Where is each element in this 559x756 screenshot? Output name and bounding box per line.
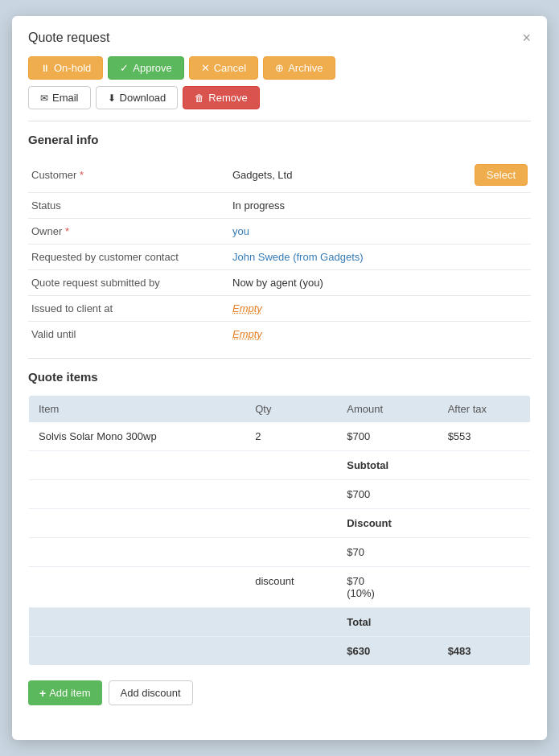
requested-label: Requested by customer contact	[28, 244, 229, 270]
table-header-row: Item Qty Amount After tax	[29, 396, 531, 423]
item-amount: $700	[337, 422, 438, 451]
discount-sub-amount: $70(10%)	[347, 575, 375, 599]
modal-title: Quote request	[28, 31, 109, 45]
quote-items-section: Quote items Item Qty Amount After tax So…	[28, 370, 531, 666]
general-info-table: Customer * Gadgets, Ltd Select Status In…	[28, 158, 531, 347]
table-row: Issued to client at Empty	[28, 296, 531, 322]
col-qty: Qty	[245, 396, 337, 423]
table-row: Requested by customer contact John Swede…	[28, 244, 531, 270]
col-item: Item	[29, 396, 246, 423]
divider-1	[28, 121, 531, 121]
table-row: Customer * Gadgets, Ltd Select	[28, 158, 531, 193]
discount-sub-row: discount $70(10%)	[29, 567, 531, 608]
quote-items-title: Quote items	[28, 370, 531, 384]
bottom-actions: Add item Add discount	[28, 680, 531, 705]
add-item-button[interactable]: Add item	[28, 680, 102, 705]
status-value: In progress	[229, 193, 531, 219]
trash-icon	[195, 92, 204, 104]
onhold-button[interactable]: On-hold	[28, 56, 103, 80]
customer-label: Customer *	[28, 158, 229, 193]
approve-button[interactable]: Approve	[108, 56, 183, 80]
customer-value-row: Gadgets, Ltd Select	[232, 164, 528, 186]
contact-link[interactable]: John Swede (from Gadgets)	[232, 251, 364, 263]
times-icon	[201, 62, 210, 74]
required-star: *	[80, 169, 84, 181]
remove-button[interactable]: Remove	[183, 86, 259, 109]
quote-request-modal: Quote request × On-hold Approve Cancel A…	[12, 16, 547, 740]
valid-label: Valid until	[28, 322, 229, 347]
table-row: Valid until Empty	[28, 322, 531, 347]
toolbar-row-2: Email Download Remove	[28, 86, 531, 109]
check-icon	[120, 62, 129, 74]
item-aftertax: $553	[438, 422, 531, 451]
subtotal-amount-row: $700	[29, 480, 531, 509]
issued-label: Issued to client at	[28, 296, 229, 322]
general-info-section: General info Customer * Gadgets, Ltd Sel…	[28, 133, 531, 347]
required-star: *	[65, 225, 69, 237]
table-row: Solvis Solar Mono 300wp 2 $700 $553	[29, 422, 531, 451]
issued-empty: Empty	[232, 302, 262, 314]
discount-label: Discount	[347, 517, 392, 529]
discount-row: Discount	[29, 509, 531, 538]
total-label: Total	[347, 616, 371, 628]
owner-label: Owner *	[28, 219, 229, 244]
discount-amount: $70	[337, 538, 438, 567]
add-discount-button[interactable]: Add discount	[109, 680, 193, 705]
total-amount: $630	[337, 637, 438, 666]
table-row: Quote request submitted by Now by agent …	[28, 270, 531, 296]
col-aftertax: After tax	[438, 396, 531, 423]
owner-link[interactable]: you	[232, 225, 249, 237]
discount-amount-row: $70	[29, 538, 531, 567]
toolbar-row-1: On-hold Approve Cancel Archive	[28, 56, 531, 80]
cancel-button[interactable]: Cancel	[189, 56, 258, 80]
pause-icon	[40, 62, 50, 74]
total-aftertax: $483	[438, 637, 531, 666]
status-label: Status	[28, 193, 229, 219]
email-icon	[40, 92, 48, 104]
total-amount-row: $630 $483	[29, 637, 531, 666]
table-row: Status In progress	[28, 193, 531, 219]
archive-icon	[275, 62, 284, 74]
col-amount: Amount	[337, 396, 438, 423]
general-info-title: General info	[28, 133, 531, 146]
subtotal-label: Subtotal	[347, 459, 388, 471]
download-icon	[108, 92, 116, 104]
quote-items-table: Item Qty Amount After tax Solvis Solar M…	[28, 395, 531, 666]
submitted-label: Quote request submitted by	[28, 270, 229, 296]
subtotal-row: Subtotal	[29, 451, 531, 480]
submitted-value: Now by agent (you)	[229, 270, 531, 296]
email-button[interactable]: Email	[28, 86, 91, 109]
plus-icon	[39, 687, 46, 700]
modal-header: Quote request ×	[28, 31, 531, 45]
close-button[interactable]: ×	[522, 31, 531, 45]
total-row: Total	[29, 608, 531, 637]
archive-button[interactable]: Archive	[263, 56, 335, 80]
discount-sub-label: discount	[245, 567, 337, 608]
item-qty: 2	[245, 422, 337, 451]
item-name: Solvis Solar Mono 300wp	[29, 422, 246, 451]
table-row: Owner * you	[28, 219, 531, 244]
download-button[interactable]: Download	[96, 86, 179, 109]
subtotal-amount: $700	[337, 480, 438, 509]
valid-empty: Empty	[232, 328, 262, 340]
select-button[interactable]: Select	[475, 164, 528, 186]
divider-2	[28, 358, 531, 359]
